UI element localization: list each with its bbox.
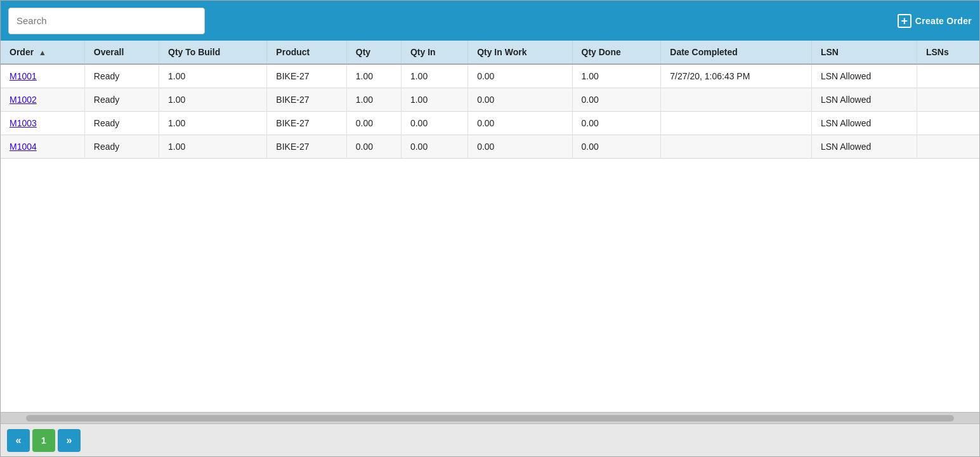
cell-lsns — [917, 64, 979, 88]
col-qty-in[interactable]: Qty In — [401, 41, 467, 64]
create-order-button[interactable]: + Create Order — [898, 14, 972, 28]
create-order-label: Create Order — [915, 16, 972, 26]
cell-qty: 0.00 — [346, 112, 401, 135]
col-lsns-label: LSNs — [926, 47, 949, 57]
table-row: M1003Ready1.00BIKE-270.000.000.000.00LSN… — [1, 112, 979, 135]
cell-lsns — [917, 135, 979, 159]
order-link[interactable]: M1003 — [10, 118, 37, 128]
horizontal-scrollbar[interactable] — [1, 412, 979, 423]
cell-qty-in-work: 0.00 — [468, 64, 572, 88]
table-row: M1001Ready1.00BIKE-271.001.000.001.007/2… — [1, 64, 979, 88]
cell-overall: Ready — [84, 135, 159, 159]
current-page-label: 1 — [41, 435, 46, 446]
cell-product: BIKE-27 — [267, 112, 346, 135]
cell-qty-to-build: 1.00 — [159, 88, 267, 112]
cell-qty-in-work: 0.00 — [468, 112, 572, 135]
cell-overall: Ready — [84, 88, 159, 112]
table-wrapper[interactable]: Order ▲ Overall Qty To Build Product Qty — [1, 41, 979, 412]
pagination: « 1 » — [1, 423, 979, 456]
table-body: M1001Ready1.00BIKE-271.001.000.001.007/2… — [1, 64, 979, 159]
cell-qty-in: 0.00 — [401, 135, 467, 159]
table-row: M1004Ready1.00BIKE-270.000.000.000.00LSN… — [1, 135, 979, 159]
col-qty-to-build-label: Qty To Build — [168, 47, 220, 57]
cell-date-completed — [661, 112, 812, 135]
cell-product: BIKE-27 — [267, 64, 346, 88]
col-qty-in-label: Qty In — [410, 47, 436, 57]
cell-product: BIKE-27 — [267, 88, 346, 112]
last-page-icon: » — [67, 435, 72, 446]
cell-date-completed — [661, 135, 812, 159]
orders-table: Order ▲ Overall Qty To Build Product Qty — [1, 41, 979, 159]
plus-icon: + — [898, 14, 911, 28]
cell-date-completed — [661, 88, 812, 112]
order-link[interactable]: M1002 — [10, 95, 37, 105]
cell-qty-in-work: 0.00 — [468, 135, 572, 159]
cell-qty-in: 1.00 — [401, 88, 467, 112]
first-page-button[interactable]: « — [7, 429, 30, 452]
toolbar: + Create Order — [1, 1, 979, 41]
cell-qty-done: 0.00 — [572, 135, 661, 159]
cell-qty: 1.00 — [346, 88, 401, 112]
hscroll-thumb — [26, 415, 953, 421]
cell-date-completed: 7/27/20, 1:06:43 PM — [661, 64, 812, 88]
table-header-row: Order ▲ Overall Qty To Build Product Qty — [1, 41, 979, 64]
cell-lsn: LSN Allowed — [811, 135, 917, 159]
cell-qty-to-build: 1.00 — [159, 112, 267, 135]
col-order[interactable]: Order ▲ — [1, 41, 84, 64]
col-overall[interactable]: Overall — [84, 41, 159, 64]
col-lsn-label: LSN — [821, 47, 839, 57]
col-qty-done-label: Qty Done — [582, 47, 621, 57]
cell-lsn: LSN Allowed — [811, 88, 917, 112]
col-lsn[interactable]: LSN — [811, 41, 917, 64]
cell-qty-done: 0.00 — [572, 88, 661, 112]
col-product-label: Product — [276, 47, 310, 57]
col-qty-in-work-label: Qty In Work — [477, 47, 526, 57]
col-order-label: Order — [10, 47, 34, 57]
cell-qty: 1.00 — [346, 64, 401, 88]
order-link[interactable]: M1001 — [10, 71, 37, 81]
cell-qty-done: 0.00 — [572, 112, 661, 135]
cell-qty-in-work: 0.00 — [468, 88, 572, 112]
col-product[interactable]: Product — [267, 41, 346, 64]
col-lsns[interactable]: LSNs — [917, 41, 979, 64]
cell-lsns — [917, 112, 979, 135]
last-page-button[interactable]: » — [58, 429, 81, 452]
cell-lsn: LSN Allowed — [811, 112, 917, 135]
current-page-button[interactable]: 1 — [32, 429, 55, 452]
cell-overall: Ready — [84, 64, 159, 88]
cell-overall: Ready — [84, 112, 159, 135]
col-qty-label: Qty — [356, 47, 370, 57]
col-date-completed-label: Date Completed — [670, 47, 738, 57]
cell-product: BIKE-27 — [267, 135, 346, 159]
col-qty-to-build[interactable]: Qty To Build — [159, 41, 267, 64]
app-container: + Create Order Order ▲ Overall Qty To Bu… — [0, 0, 980, 457]
cell-qty: 0.00 — [346, 135, 401, 159]
order-link[interactable]: M1004 — [10, 142, 37, 152]
col-qty[interactable]: Qty — [346, 41, 401, 64]
sort-arrow-order: ▲ — [39, 48, 46, 57]
cell-qty-to-build: 1.00 — [159, 135, 267, 159]
first-page-icon: « — [16, 435, 22, 446]
cell-qty-done: 1.00 — [572, 64, 661, 88]
search-input[interactable] — [8, 8, 205, 34]
col-date-completed[interactable]: Date Completed — [661, 41, 812, 64]
cell-qty-in: 0.00 — [401, 112, 467, 135]
cell-lsn: LSN Allowed — [811, 64, 917, 88]
cell-qty-in: 1.00 — [401, 64, 467, 88]
cell-qty-to-build: 1.00 — [159, 64, 267, 88]
col-overall-label: Overall — [94, 47, 124, 57]
cell-lsns — [917, 88, 979, 112]
table-row: M1002Ready1.00BIKE-271.001.000.000.00LSN… — [1, 88, 979, 112]
col-qty-done[interactable]: Qty Done — [572, 41, 661, 64]
col-qty-in-work[interactable]: Qty In Work — [468, 41, 572, 64]
